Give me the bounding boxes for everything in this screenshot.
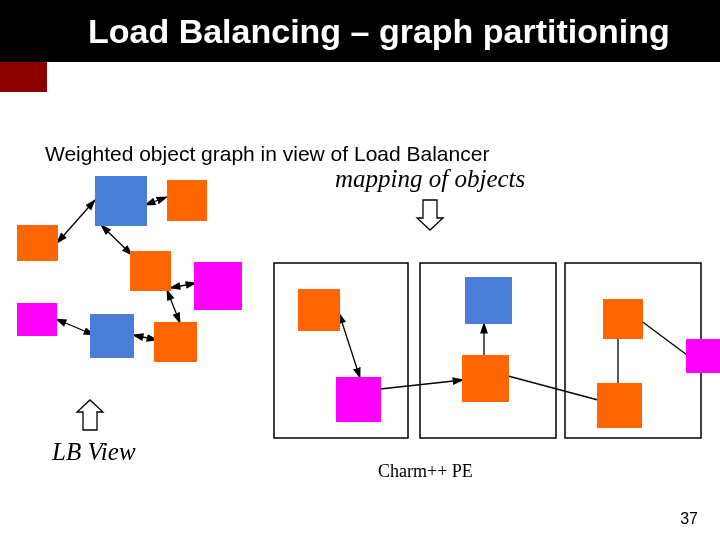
graph-node [95,176,147,226]
mapped-node [686,339,720,373]
graph-node [90,314,134,358]
graph-node [194,262,242,310]
graph-node [167,180,207,221]
lb-view-arrow-icon [77,400,103,430]
svg-line-12 [640,320,687,355]
svg-line-10 [508,376,598,400]
graph-node [17,225,58,261]
mapped-node [603,299,643,339]
svg-line-5 [133,335,157,340]
mapped-node [462,355,509,402]
diagram-svg [0,0,720,540]
svg-line-8 [380,380,463,389]
mapped-node [336,377,381,422]
svg-line-1 [145,197,167,205]
svg-line-3 [56,319,94,335]
svg-line-6 [167,290,180,323]
svg-line-4 [170,283,196,288]
svg-line-7 [339,313,360,378]
graph-node [154,322,197,362]
mapping-arrow-icon [417,200,443,230]
mapped-node [298,289,340,331]
graph-node [17,303,57,336]
graph-node [130,251,171,291]
mapped-node [465,277,512,324]
svg-line-0 [57,200,95,243]
svg-line-2 [101,225,132,255]
mapped-node [597,383,642,428]
